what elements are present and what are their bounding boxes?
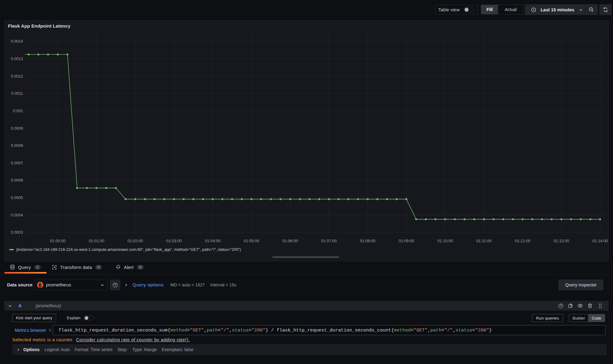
refresh-button[interactable] xyxy=(599,4,611,15)
zoom-out-icon xyxy=(589,7,594,12)
tab-alert-label: Alert xyxy=(124,265,134,270)
tab-alert-count: 0 xyxy=(137,265,144,270)
chevron-down-icon xyxy=(579,8,583,12)
query-row-actions xyxy=(558,303,602,308)
explain-toggle-knob xyxy=(85,316,88,320)
datasource-chevron-down-icon xyxy=(100,283,104,287)
panel-resize-handle[interactable] xyxy=(272,256,339,258)
time-range-button[interactable]: Last 15 minutes xyxy=(525,4,585,15)
tab-transform-count: 0 xyxy=(95,265,102,270)
bell-icon xyxy=(116,265,121,270)
datasource-value: prometheus xyxy=(46,282,98,288)
option-legend: Legend: Auto xyxy=(44,347,70,352)
svg-text:01:12:00: 01:12:00 xyxy=(515,239,531,243)
svg-text:0.0004: 0.0004 xyxy=(11,213,23,217)
max-data-points: MD = auto = 1827 xyxy=(170,282,205,287)
metrics-browser-label: Metrics browser xyxy=(15,328,46,333)
question-circle-icon xyxy=(113,282,118,288)
warning-hint-link[interactable]: Consider calculating rate of counter by … xyxy=(76,337,190,342)
fill-actual-switch: Fill Actual xyxy=(481,5,524,14)
datasource-picker[interactable]: prometheus xyxy=(34,280,108,290)
table-view-toggle-knob xyxy=(465,8,469,12)
svg-text:0.0009: 0.0009 xyxy=(11,126,23,131)
svg-text:0.0006: 0.0006 xyxy=(11,178,23,182)
query-options-chevron-right-icon xyxy=(125,283,128,287)
timeseries-panel: Flask App Endpoint Latency 0.00030.00040… xyxy=(4,20,609,261)
query-inspector-button[interactable]: Query inspector xyxy=(559,280,603,290)
explain-label: Explain xyxy=(67,316,80,320)
svg-text:01:01:00: 01:01:00 xyxy=(89,239,104,243)
tab-transform[interactable]: Transform data 0 xyxy=(52,261,102,273)
metrics-browser-toggle[interactable]: Metrics browser xyxy=(15,325,52,335)
interval-stat: Interval = 15s xyxy=(210,282,236,287)
query-datasource-hint: (prometheus) xyxy=(36,303,61,308)
option-step: Step: xyxy=(117,347,128,352)
hide-query-eye-icon[interactable] xyxy=(577,303,583,308)
time-picker-group: Last 15 minutes xyxy=(525,4,598,15)
query-options-toggle[interactable]: Query options MD = auto = 1827 Interval … xyxy=(125,280,236,290)
transform-icon xyxy=(52,265,57,270)
svg-text:01:05:00: 01:05:00 xyxy=(244,239,259,243)
table-view-group: Table view xyxy=(435,5,478,14)
fill-option[interactable]: Fill xyxy=(481,5,498,14)
counter-warning-row: Selected metric is a counter. Consider c… xyxy=(12,336,190,343)
svg-text:01:00:00: 01:00:00 xyxy=(50,239,66,243)
explain-toggle[interactable] xyxy=(84,316,94,320)
svg-text:01:10:00: 01:10:00 xyxy=(437,239,453,243)
svg-text:01:04:00: 01:04:00 xyxy=(205,239,220,243)
query-options-label: Query options xyxy=(132,282,164,288)
svg-text:01:06:00: 01:06:00 xyxy=(282,239,298,243)
tab-query[interactable]: Query 1 xyxy=(10,261,41,273)
zoom-out-button[interactable] xyxy=(585,4,598,15)
kick-start-query-button[interactable]: Kick start your query xyxy=(12,314,56,322)
tab-alert[interactable]: Alert 0 xyxy=(116,261,144,273)
grafana-panel-edit-screen: Table view Fill Actual Last 15 minutes xyxy=(0,0,613,364)
latency-chart[interactable]: 0.00030.00040.00050.00060.00070.00080.00… xyxy=(5,21,608,261)
legend-row: {instance="ec2-184-169-216-224.us-west-1… xyxy=(9,247,241,252)
datasource-help-button[interactable] xyxy=(110,280,120,290)
clock-icon xyxy=(531,7,536,12)
svg-text:0.0012: 0.0012 xyxy=(11,74,23,79)
promql-expression-input[interactable]: flask_http_request_duration_seconds_sum{… xyxy=(53,325,606,335)
editor-mode-switch: Builder Code xyxy=(569,314,605,322)
table-view-toggle[interactable] xyxy=(464,7,474,12)
query-row-collapse-chevron-icon[interactable] xyxy=(8,304,12,308)
svg-text:0.0007: 0.0007 xyxy=(11,161,23,165)
promql-expression: flask_http_request_duration_seconds_sum{… xyxy=(59,328,492,333)
table-view-label: Table view xyxy=(438,7,460,12)
tab-transform-label: Transform data xyxy=(60,265,92,270)
database-icon xyxy=(10,265,15,270)
svg-text:01:03:00: 01:03:00 xyxy=(166,239,182,243)
options-title: Options xyxy=(23,347,40,352)
delete-query-trash-icon[interactable] xyxy=(588,303,592,308)
query-help-icon[interactable] xyxy=(558,303,563,308)
duplicate-query-icon[interactable] xyxy=(568,303,573,308)
svg-text:0.0003: 0.0003 xyxy=(11,230,23,235)
svg-text:01:02:00: 01:02:00 xyxy=(128,239,143,243)
active-tab-underline xyxy=(4,272,47,274)
query-ref-id[interactable]: A xyxy=(18,303,21,308)
svg-text:0.001: 0.001 xyxy=(13,109,23,113)
refresh-icon xyxy=(603,7,608,12)
svg-text:01:14:00: 01:14:00 xyxy=(592,239,608,243)
query-row-header[interactable]: A (prometheus) xyxy=(4,301,609,311)
metrics-browser-chevron-right-icon xyxy=(48,328,52,332)
svg-text:0.0008: 0.0008 xyxy=(11,143,23,148)
time-range-label: Last 15 minutes xyxy=(540,7,575,12)
legend-series-swatch[interactable] xyxy=(9,249,14,250)
warning-text: Selected metric is a counter. xyxy=(12,337,74,342)
query-options-collapsed-row[interactable]: Options Legend: Auto Format: Time series… xyxy=(12,344,607,355)
actual-option[interactable]: Actual xyxy=(498,5,523,14)
edit-pane-tabbar: Query 1 Transform data 0 Alert xyxy=(0,261,613,274)
options-chevron-right-icon xyxy=(17,348,20,351)
legend-series-label[interactable]: {instance="ec2-184-169-216-224.us-west-1… xyxy=(16,247,241,252)
svg-text:01:08:00: 01:08:00 xyxy=(360,239,376,243)
option-exemplars: Exemplars: false xyxy=(162,347,193,352)
option-type: Type: Range xyxy=(132,347,157,352)
drag-handle-grip-icon[interactable] xyxy=(599,303,602,308)
code-mode-option[interactable]: Code xyxy=(588,314,604,322)
run-queries-button[interactable]: Run queries xyxy=(532,314,563,322)
svg-text:01:11:00: 01:11:00 xyxy=(476,239,492,243)
svg-text:0.0005: 0.0005 xyxy=(11,195,23,200)
builder-mode-option[interactable]: Builder xyxy=(569,314,588,322)
